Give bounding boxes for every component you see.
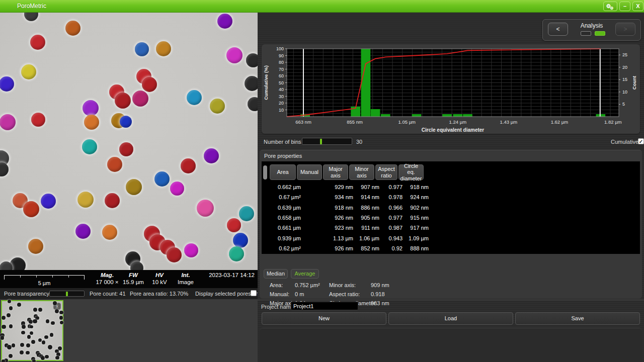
analysis-page-chip-2[interactable]: [595, 31, 605, 36]
table-cell[interactable]: 934 nm: [328, 194, 353, 200]
column-header-area[interactable]: Area: [270, 164, 296, 180]
pore-marker[interactable]: [105, 193, 120, 208]
pore-marker[interactable]: [65, 21, 80, 36]
pore-marker[interactable]: [75, 224, 91, 239]
pore-marker[interactable]: [181, 158, 196, 173]
table-cell[interactable]: 1.13 µm: [328, 235, 353, 241]
pore-marker[interactable]: [41, 194, 56, 209]
table-cell[interactable]: 0.67 µm²: [275, 194, 301, 200]
table-cell[interactable]: 924 nm: [404, 194, 429, 200]
median-button[interactable]: Median: [264, 269, 288, 279]
pore-marker[interactable]: [217, 14, 232, 29]
pore-marker[interactable]: [119, 142, 133, 156]
sem-image[interactable]: [0, 13, 258, 270]
pore-marker[interactable]: [248, 97, 258, 111]
settings-button[interactable]: ⚙⚙: [603, 2, 617, 11]
column-header-circle-eq-diameter[interactable]: Circle eq. diameter: [398, 164, 424, 180]
table-cell[interactable]: 917 nm: [404, 225, 429, 231]
table-cell[interactable]: 918 nm: [404, 184, 429, 190]
table-cell[interactable]: 0.639 µm: [275, 205, 301, 211]
pore-marker[interactable]: [30, 35, 45, 50]
table-cell[interactable]: 915 nm: [404, 215, 429, 221]
table-cell[interactable]: 852 nm: [354, 245, 379, 251]
table-cell[interactable]: 926 nm: [328, 245, 353, 251]
pore-marker[interactable]: [130, 261, 143, 270]
pore-marker[interactable]: [23, 201, 39, 217]
table-cell[interactable]: 1.09 µm: [404, 235, 429, 241]
pore-marker[interactable]: [28, 239, 43, 254]
pore-marker[interactable]: [82, 139, 97, 154]
next-analysis-button[interactable]: >: [615, 23, 635, 36]
pore-marker[interactable]: [31, 113, 45, 127]
pore-marker[interactable]: [204, 148, 219, 163]
display-selected-checkbox[interactable]: [251, 290, 257, 296]
column-header-minor-axis[interactable]: Minor axis: [349, 164, 374, 180]
pore-marker[interactable]: [239, 206, 254, 221]
pore-size-histogram[interactable]: 102030405060708090100510152025663 nm855 …: [262, 44, 640, 134]
table-cell[interactable]: 923 nm: [328, 225, 353, 231]
pore-marker[interactable]: [0, 162, 9, 176]
table-cell[interactable]: 0.978: [380, 194, 403, 200]
pore-transparency-slider[interactable]: [49, 291, 85, 297]
table-cell[interactable]: 888 nm: [404, 245, 429, 251]
table-cell[interactable]: 0.92: [380, 245, 403, 251]
pore-marker[interactable]: [0, 76, 14, 92]
pore-marker[interactable]: [227, 218, 241, 232]
table-cell[interactable]: 0.987: [380, 225, 403, 231]
minimize-button[interactable]: –: [619, 2, 630, 11]
save-button[interactable]: Save: [515, 312, 640, 325]
pore-marker[interactable]: [107, 157, 122, 172]
pore-marker[interactable]: [83, 100, 99, 116]
pore-marker[interactable]: [226, 47, 243, 63]
pore-marker[interactable]: [135, 42, 149, 56]
pore-marker[interactable]: [187, 90, 202, 105]
table-cell[interactable]: 914 nm: [354, 194, 379, 200]
average-button[interactable]: Average: [291, 269, 319, 279]
table-cell[interactable]: 0.939 µm: [275, 235, 301, 241]
table-cell[interactable]: 0.658 µm: [275, 215, 301, 221]
pore-marker[interactable]: [156, 41, 171, 56]
pore-marker[interactable]: [77, 192, 94, 208]
table-cell[interactable]: 0.62 µm²: [275, 245, 301, 251]
pore-table[interactable]: AreaManualMajor axisMinor axisAspect rat…: [262, 161, 640, 254]
table-cell[interactable]: 0.977: [380, 215, 403, 221]
pore-marker[interactable]: [24, 13, 38, 21]
cumulative-checkbox[interactable]: ✓: [638, 138, 644, 144]
table-cell[interactable]: 0.661 µm: [275, 225, 301, 231]
table-scrollbar[interactable]: [263, 165, 267, 179]
column-header-major-axis[interactable]: Major axis: [323, 164, 348, 180]
pore-marker[interactable]: [167, 247, 182, 262]
project-name-input[interactable]: [291, 302, 358, 310]
table-cell[interactable]: 0.943: [380, 235, 403, 241]
table-cell[interactable]: 0.966: [380, 205, 403, 211]
analysis-page-chip-1[interactable]: [581, 31, 591, 36]
pore-marker[interactable]: [84, 115, 99, 130]
table-cell[interactable]: 902 nm: [404, 205, 429, 211]
table-cell[interactable]: 918 nm: [328, 205, 353, 211]
pore-marker[interactable]: [197, 200, 214, 217]
table-cell[interactable]: 911 nm: [354, 225, 379, 231]
pore-marker[interactable]: [245, 76, 258, 91]
pore-marker[interactable]: [184, 243, 198, 257]
column-header-aspect-ratio[interactable]: Aspect ratio: [375, 164, 397, 180]
table-cell[interactable]: 926 nm: [328, 215, 353, 221]
new-button[interactable]: New: [262, 312, 386, 325]
table-cell[interactable]: 929 nm: [328, 184, 353, 190]
table-cell[interactable]: 0.662 µm: [275, 184, 301, 190]
pore-marker[interactable]: [154, 171, 170, 187]
pore-marker[interactable]: [102, 225, 117, 240]
pore-marker[interactable]: [120, 116, 132, 128]
pore-marker[interactable]: [233, 233, 248, 248]
close-button[interactable]: X: [632, 2, 643, 11]
pore-marker[interactable]: [142, 77, 157, 92]
pore-marker[interactable]: [126, 179, 142, 195]
column-header-manual[interactable]: Manual: [297, 164, 322, 180]
table-cell[interactable]: 905 nm: [354, 215, 379, 221]
pore-marker[interactable]: [132, 90, 148, 107]
pore-marker[interactable]: [210, 99, 225, 114]
pore-marker[interactable]: [229, 246, 244, 261]
pore-marker[interactable]: [246, 53, 258, 67]
image-thumbnail[interactable]: x: [1, 300, 63, 361]
pore-marker[interactable]: [170, 182, 184, 196]
table-cell[interactable]: 907 nm: [354, 184, 379, 190]
